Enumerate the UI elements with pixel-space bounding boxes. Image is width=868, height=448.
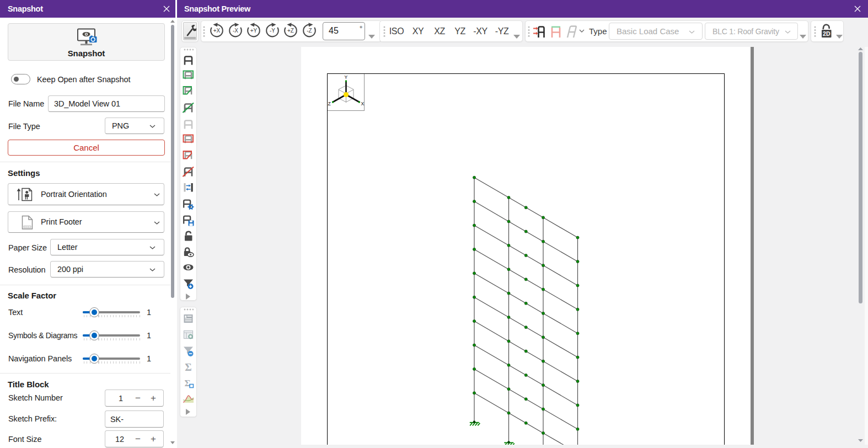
svg-text:2D: 2D bbox=[823, 30, 831, 37]
svg-text:+X: +X bbox=[213, 28, 221, 34]
svg-text:Z: Z bbox=[328, 101, 331, 106]
svg-text:-Z: -Z bbox=[307, 28, 312, 34]
svg-text:Y: Y bbox=[345, 74, 348, 80]
svg-text:-X: -X bbox=[233, 28, 238, 34]
svg-text:+Z: +Z bbox=[287, 28, 294, 34]
svg-text:-Y: -Y bbox=[270, 28, 275, 34]
svg-text:+Y: +Y bbox=[250, 28, 258, 34]
svg-text:Σ: Σ bbox=[185, 361, 191, 373]
svg-text:X: X bbox=[361, 101, 365, 106]
